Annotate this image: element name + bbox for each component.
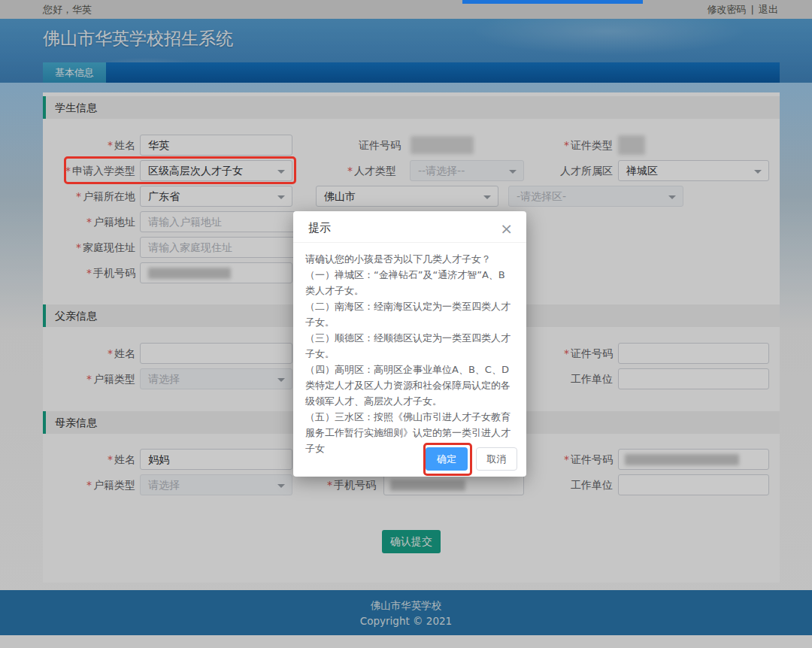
dialog-line: 请确认您的小孩是否为以下几类人才子女？ <box>305 251 514 267</box>
dialog-footer: 确定 取消 <box>426 447 517 471</box>
dialog-line: （一）禅城区：“金禅钻石”及“通济才智”A、B类人才子女。 <box>305 267 514 298</box>
enrollment-page: 您好，华英 修改密码 | 退出 佛山市华英学校招生系统 基本信息 学生信息 *姓… <box>0 0 812 648</box>
dialog-cancel-button[interactable]: 取消 <box>476 447 517 471</box>
top-loading-bar <box>462 0 643 4</box>
dialog-body: 请确认您的小孩是否为以下几类人才子女？ （一）禅城区：“金禅钻石”及“通济才智”… <box>293 243 526 456</box>
prompt-dialog: 提示 × 请确认您的小孩是否为以下几类人才子女？ （一）禅城区：“金禅钻石”及“… <box>293 211 526 477</box>
dialog-confirm-button[interactable]: 确定 <box>426 447 468 471</box>
dialog-line: （二）南海区：经南海区认定为一类至四类人才子女。 <box>305 298 514 330</box>
dialog-line: （四）高明区：高明区企事业单位A、B、C、D类特定人才及区人力资源和社会保障局认… <box>305 362 514 409</box>
dialog-line: （三）顺德区：经顺德区认定为一类至四类人才子女。 <box>305 330 514 362</box>
dialog-header: 提示 × <box>293 211 526 243</box>
dialog-title: 提示 <box>308 221 331 235</box>
close-icon[interactable]: × <box>500 223 513 235</box>
